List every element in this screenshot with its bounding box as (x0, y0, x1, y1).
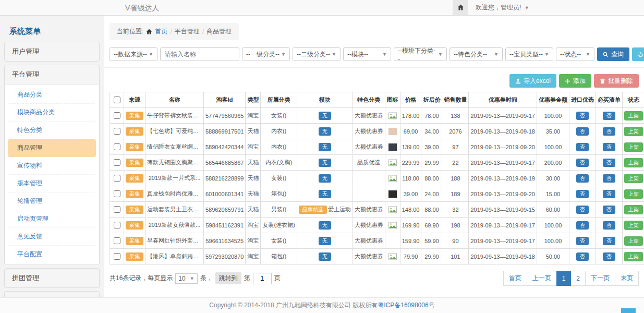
name-search-input[interactable] (160, 47, 239, 61)
back-to-top-button[interactable] (621, 308, 636, 313)
sidebar-item-用户管理[interactable]: 用户管理 (5, 42, 99, 61)
must-buy-badge[interactable]: 否 (603, 112, 615, 120)
type-cell: 淘宝 (246, 233, 261, 249)
must-buy-badge[interactable]: 否 (603, 174, 615, 183)
must-buy-badge[interactable]: 否 (603, 143, 615, 151)
jump-button[interactable]: 跳转到 (215, 272, 241, 284)
reset-button[interactable]: 重置 (632, 47, 644, 61)
row-checkbox[interactable] (114, 206, 120, 213)
import-select-badge[interactable]: 否 (576, 143, 589, 151)
image-placeholder-icon (388, 206, 397, 213)
select-value: --模块下分类-- (398, 46, 436, 63)
row-checkbox[interactable] (114, 222, 120, 228)
row-checkbox[interactable] (114, 128, 120, 135)
taoke-id-cell: 601000601341 (204, 186, 246, 202)
sidebar-item-宣传物料[interactable]: 宣传物料 (8, 157, 96, 175)
add-button[interactable]: 添加 (559, 74, 591, 88)
import-excel-button[interactable]: 导入excel (509, 74, 556, 88)
row-checkbox[interactable] (114, 190, 120, 197)
sidebar-item-特色分类[interactable]: 特色分类 (8, 122, 96, 139)
sidebar-item-启动页管理[interactable]: 启动页管理 (8, 210, 96, 228)
row-checkbox[interactable] (114, 143, 120, 150)
status-badge[interactable]: 上架 (624, 205, 643, 214)
status-badge[interactable]: 上架 (624, 158, 643, 167)
sidebar-item-拼团管理[interactable]: 拼团管理 (5, 269, 99, 287)
import-select-badge[interactable]: 否 (576, 237, 589, 245)
filter-select-模块下分类[interactable]: --模块下分类--▼ (394, 47, 447, 61)
sidebar-item-平台配置[interactable]: 平台配置 (8, 246, 96, 263)
row-checkbox[interactable] (114, 159, 120, 166)
must-buy-badge[interactable]: 否 (603, 221, 615, 230)
user-menu[interactable]: 欢迎您，管理员! ▼ (476, 3, 529, 12)
row-checkbox[interactable] (114, 112, 120, 119)
sidebar-item-商品分类[interactable]: 商品分类 (8, 86, 96, 104)
import-select-badge[interactable]: 否 (576, 159, 589, 167)
breadcrumb-home-link[interactable]: 首页 (155, 27, 167, 36)
import-select-badge[interactable]: 否 (576, 190, 589, 198)
type-cell: 淘宝 (246, 218, 261, 233)
coupon-amount-cell: 50.00 (537, 249, 569, 264)
import-select-badge[interactable]: 否 (576, 174, 589, 183)
filter-select-特色分类[interactable]: --特色分类--▼ (449, 47, 503, 61)
must-buy-badge[interactable]: 否 (603, 190, 615, 198)
sidebar-item-模块商品分类[interactable]: 模块商品分类 (8, 104, 96, 122)
page-button-2[interactable]: 2 (570, 271, 586, 286)
select-all-checkbox[interactable] (114, 97, 120, 103)
must-buy-badge[interactable]: 否 (603, 252, 615, 261)
icp-link[interactable]: 粤ICP备16098006号 (378, 301, 434, 310)
search-button[interactable]: 查询 (597, 47, 629, 61)
page-button-1[interactable]: 1 (556, 271, 572, 286)
import-select-badge[interactable]: 否 (576, 127, 589, 136)
must-buy-badge[interactable]: 否 (603, 206, 615, 214)
status-badge[interactable]: 上架 (624, 142, 643, 152)
page-button-首页[interactable]: 首页 (503, 271, 527, 286)
filter-select-状态[interactable]: --状态--▼ (556, 47, 594, 61)
page-button-上一页[interactable]: 上一页 (527, 271, 557, 286)
status-badge[interactable]: 上架 (624, 189, 643, 199)
status-badge[interactable]: 上架 (624, 252, 643, 261)
status-cell: 上架 (622, 218, 644, 233)
row-checkbox[interactable] (114, 237, 120, 244)
row-checkbox[interactable] (114, 253, 120, 260)
icon-cell (385, 108, 400, 124)
status-badge[interactable]: 上架 (624, 221, 643, 230)
source-cell: 采集 (124, 218, 145, 233)
status-badge[interactable]: 上架 (624, 111, 643, 121)
import-select-cell: 否 (569, 155, 596, 171)
page-number-input[interactable] (253, 273, 272, 284)
sidebar-item-商品管理[interactable]: 商品管理 (8, 139, 96, 157)
per-page-select[interactable]: 10 ▼ (175, 273, 197, 284)
must-buy-cell: 否 (596, 139, 622, 155)
sidebar-item-轮播管理[interactable]: 轮播管理 (8, 192, 96, 210)
filter-select-二级分类[interactable]: --二级分类--▼ (293, 47, 341, 61)
filter-select-模块[interactable]: --模块--▼ (343, 47, 391, 61)
must-buy-badge[interactable]: 否 (603, 127, 615, 136)
status-badge[interactable]: 上架 (624, 127, 643, 136)
filter-select-宝贝类型[interactable]: --宝贝类型--▼ (505, 47, 553, 61)
batch-delete-button[interactable]: 批量删除 (594, 74, 639, 88)
source-cell: 采集 (124, 155, 145, 171)
taoke-id-cell: 565446685867 (204, 155, 246, 171)
import-select-badge[interactable]: 否 (576, 252, 589, 261)
category-cell: 内衣() (261, 124, 297, 139)
import-select-badge[interactable]: 否 (576, 112, 589, 120)
price-cell: 169.90 (400, 218, 421, 233)
must-buy-badge[interactable]: 否 (603, 159, 615, 167)
import-select-badge[interactable]: 否 (576, 206, 589, 214)
module-cell: 无 (297, 186, 353, 202)
sidebar-item-版本管理[interactable]: 版本管理 (8, 175, 96, 192)
filter-select-数据来源[interactable]: --数据来源--▼ (110, 47, 157, 61)
sidebar-item-意见反馈[interactable]: 意见反馈 (8, 228, 96, 246)
page-button-末页[interactable]: 末页 (615, 271, 639, 286)
sidebar-item-平台管理[interactable]: 平台管理 (5, 65, 99, 84)
filter-select-一级分类[interactable]: --一级分类--▼ (242, 47, 290, 61)
status-badge[interactable]: 上架 (624, 236, 643, 246)
home-button[interactable] (453, 0, 468, 15)
import-select-badge[interactable]: 否 (576, 221, 589, 230)
must-buy-badge[interactable]: 否 (603, 237, 615, 245)
page-button-下一页[interactable]: 下一页 (585, 271, 615, 286)
status-badge[interactable]: 上架 (624, 174, 643, 183)
must-buy-cell: 否 (596, 202, 622, 218)
status-cell: 上架 (622, 155, 644, 171)
row-checkbox[interactable] (114, 175, 120, 182)
